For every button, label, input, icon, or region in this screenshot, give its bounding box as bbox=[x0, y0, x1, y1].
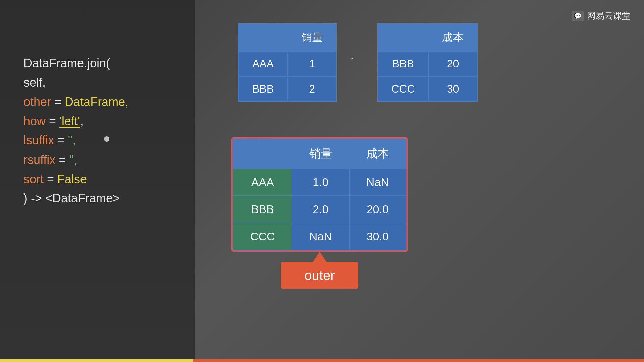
table-row: BBB 20 bbox=[378, 51, 477, 76]
table-row: CCC 30 bbox=[378, 76, 477, 102]
code-line-2: self, bbox=[23, 73, 128, 93]
result-table: 销量 成本 AAA 1.0 NaN BBB 2.0 20.0 bbox=[233, 139, 407, 250]
code-line-7: sort = False bbox=[23, 170, 128, 189]
bottom-bar bbox=[0, 359, 644, 362]
right-table-cell-ccc-idx: CCC bbox=[378, 76, 428, 102]
result-cell-aaa-sales: 1.0 bbox=[292, 169, 349, 196]
table-row: BBB 2.0 20.0 bbox=[233, 196, 406, 223]
right-table-cell-ccc-cost: 30 bbox=[428, 76, 477, 102]
result-cell-bbb-cost: 20.0 bbox=[349, 196, 406, 223]
result-cell-aaa-cost: NaN bbox=[349, 169, 406, 196]
left-table-cell-bbb-idx: BBB bbox=[238, 76, 287, 102]
separator-dot: · bbox=[350, 50, 354, 65]
logo-emoji: 💬 bbox=[574, 12, 581, 20]
left-table-cell-aaa-idx: AAA bbox=[238, 51, 287, 76]
left-table-cell-aaa-sales: 1 bbox=[287, 51, 336, 76]
code-block: DataFrame.join( self, other = DataFrame,… bbox=[23, 54, 128, 208]
outer-badge: outer bbox=[281, 262, 358, 289]
result-section: 销量 成本 AAA 1.0 NaN BBB 2.0 20.0 bbox=[231, 137, 408, 289]
right-table-header-cost: 成本 bbox=[428, 24, 477, 51]
result-cell-ccc-idx: CCC bbox=[233, 223, 292, 250]
outer-badge-triangle bbox=[313, 252, 326, 262]
tables-area: 销量 AAA 1 BBB 2 · 成本 bbox=[215, 23, 631, 342]
result-cell-aaa-idx: AAA bbox=[233, 169, 292, 196]
result-header-cost: 成本 bbox=[349, 139, 406, 169]
table-row: CCC NaN 30.0 bbox=[233, 223, 406, 250]
code-line-4: how = 'left', bbox=[23, 112, 128, 131]
table-row: BBB 2 bbox=[238, 76, 336, 102]
result-header-sales: 销量 bbox=[292, 139, 349, 169]
result-cell-bbb-sales: 2.0 bbox=[292, 196, 349, 223]
right-table-cell-bbb-cost: 20 bbox=[428, 51, 477, 76]
code-line-6: rsuffix = '', bbox=[23, 150, 128, 170]
right-table-header-idx bbox=[378, 24, 428, 51]
cursor bbox=[104, 136, 109, 142]
right-table-cell-bbb-idx: BBB bbox=[378, 51, 428, 76]
code-line-8: ) -> <DataFrame> bbox=[23, 189, 128, 208]
table-row: AAA 1 bbox=[238, 51, 336, 76]
logo-icon: 💬 bbox=[572, 11, 584, 21]
result-cell-ccc-cost: 30.0 bbox=[349, 223, 406, 250]
code-line-5: lsuffix = '', bbox=[23, 131, 128, 150]
table-row: AAA 1.0 NaN bbox=[233, 169, 406, 196]
left-table: 销量 AAA 1 BBB 2 bbox=[238, 23, 337, 102]
code-line-3: other = DataFrame, bbox=[23, 92, 128, 112]
logo: 💬 网易云课堂 bbox=[572, 10, 631, 22]
left-table-header-idx bbox=[238, 24, 287, 51]
code-line-1: DataFrame.join( bbox=[23, 54, 128, 73]
result-cell-ccc-sales: NaN bbox=[292, 223, 349, 250]
right-table: 成本 BBB 20 CCC 30 bbox=[377, 23, 478, 102]
left-table-header-sales: 销量 bbox=[287, 24, 336, 51]
outer-badge-wrapper: outer bbox=[281, 252, 358, 289]
result-table-wrapper: 销量 成本 AAA 1.0 NaN BBB 2.0 20.0 bbox=[231, 137, 408, 252]
result-header-idx bbox=[233, 139, 292, 169]
left-table-cell-bbb-sales: 2 bbox=[287, 76, 336, 102]
top-tables: 销量 AAA 1 BBB 2 · 成本 bbox=[238, 23, 631, 102]
result-cell-bbb-idx: BBB bbox=[233, 196, 292, 223]
logo-text: 网易云课堂 bbox=[587, 10, 631, 22]
